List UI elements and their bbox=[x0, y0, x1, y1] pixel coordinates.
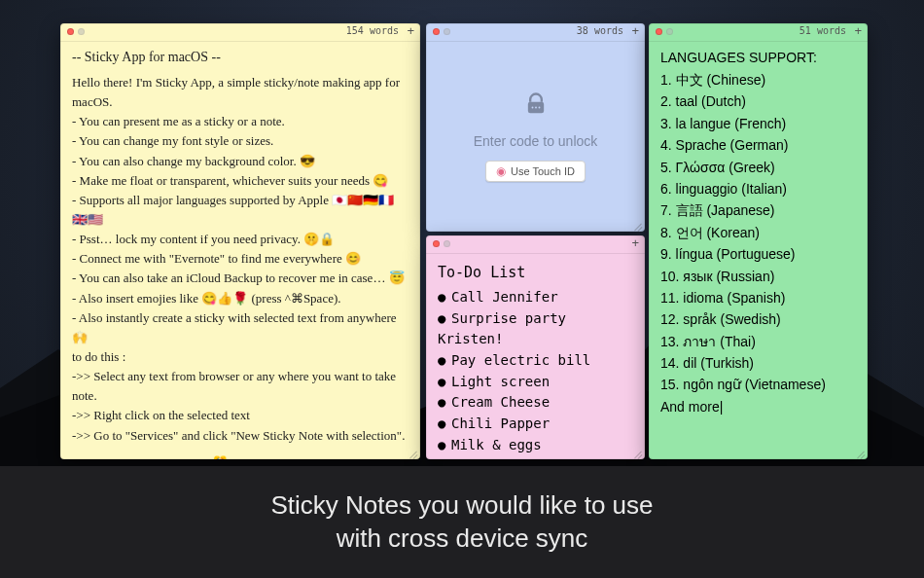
close-icon[interactable] bbox=[433, 240, 440, 247]
list-item: 5. Γλώσσα (Greek) bbox=[660, 157, 856, 178]
list-item: 13. ภาษา (Thai) bbox=[660, 331, 856, 352]
note-line: - Also insert emojies like 😋👍🌹 (press ^⌘… bbox=[72, 289, 409, 308]
list-item: ●Call Jennifer bbox=[438, 287, 633, 308]
list-item: 6. linguaggio (Italian) bbox=[660, 178, 856, 199]
note-line: - Make me float or transparent, whicheve… bbox=[72, 171, 409, 191]
promo-line-1: Sticky Notes you would like to use bbox=[270, 490, 653, 520]
list-item: 12. språk (Swedish) bbox=[660, 308, 856, 330]
sticky-note-blue-locked[interactable]: 38 words + Enter code to unlock ◉ Use To… bbox=[426, 23, 645, 232]
touch-id-label: Use Touch ID bbox=[511, 165, 575, 177]
list-item: 4. Sprache (German) bbox=[660, 134, 856, 156]
note-line: - You can also change my background colo… bbox=[72, 152, 409, 171]
list-item: 8. 언어 (Korean) bbox=[660, 222, 856, 243]
list-item: 9. língua (Portuguese) bbox=[660, 243, 856, 265]
sticky-note-pink[interactable]: + To-Do List ●Call Jennifer●Surprise par… bbox=[426, 235, 645, 459]
note-line: ->> Right click on the selected text bbox=[72, 406, 409, 425]
minimize-icon[interactable] bbox=[444, 28, 450, 35]
promo-line-2: with cross device sync bbox=[337, 524, 588, 553]
titlebar[interactable]: 51 words + bbox=[649, 23, 868, 42]
list-item: 11. idioma (Spanish) bbox=[660, 287, 856, 308]
note-line: ->> Select any text from browser or any … bbox=[72, 367, 409, 406]
note-line: ->> Go to "Services" and click "New Stic… bbox=[72, 426, 409, 446]
note-title: -- Sticky App for macOS -- bbox=[72, 50, 409, 65]
svg-point-1 bbox=[531, 106, 533, 108]
list-item: ●Light screen bbox=[438, 372, 633, 393]
note-line: - Connect me with "Evernote" to find me … bbox=[72, 249, 409, 269]
list-item: 1. 中文 (Chinese) bbox=[660, 69, 856, 90]
unlock-prompt: Enter code to unlock bbox=[474, 133, 598, 149]
minimize-icon[interactable] bbox=[666, 28, 673, 35]
list-item: 10. язык (Russian) bbox=[660, 266, 856, 287]
note-line: - Supports all major languages supported… bbox=[72, 191, 409, 230]
close-icon[interactable] bbox=[656, 28, 662, 35]
note-more: And more bbox=[660, 396, 856, 417]
list-item: 2. taal (Dutch) bbox=[660, 90, 856, 112]
note-footer: HAPPY NOTE MAKING! 🎊 bbox=[72, 455, 409, 459]
list-item: ●Milk & eggs bbox=[438, 435, 633, 456]
resize-handle[interactable] bbox=[856, 448, 866, 457]
titlebar[interactable]: 38 words + bbox=[426, 23, 645, 42]
resize-handle[interactable] bbox=[409, 448, 418, 457]
word-count: 38 words bbox=[577, 25, 623, 36]
note-title: LANGUAGES SUPPORT: bbox=[660, 50, 856, 65]
list-item: 7. 言語 (Japanese) bbox=[660, 199, 856, 221]
note-line: to do this : bbox=[72, 347, 409, 367]
resize-handle[interactable] bbox=[633, 220, 643, 230]
close-icon[interactable] bbox=[67, 28, 74, 35]
promo-footer: Sticky Notes you would like to use with … bbox=[0, 466, 924, 578]
sticky-note-green[interactable]: 51 words + LANGUAGES SUPPORT: 1. 中文 (Chi… bbox=[649, 23, 868, 459]
fingerprint-icon: ◉ bbox=[496, 164, 506, 178]
add-note-button[interactable]: + bbox=[407, 23, 414, 38]
locked-overlay: Enter code to unlock ◉ Use Touch ID bbox=[426, 42, 645, 232]
svg-point-2 bbox=[535, 106, 537, 108]
list-item: 14. dil (Turkish) bbox=[660, 352, 856, 374]
minimize-icon[interactable] bbox=[78, 28, 85, 35]
list-item: ●Chili Papper bbox=[438, 414, 633, 435]
add-note-button[interactable]: + bbox=[631, 23, 639, 38]
close-icon[interactable] bbox=[433, 28, 440, 35]
note-title: To-Do List bbox=[438, 264, 633, 281]
list-item: ●Pay electric bill bbox=[438, 350, 633, 372]
promo-text: Sticky Notes you would like to use with … bbox=[270, 489, 653, 556]
note-line: - You can change my font style or sizes. bbox=[72, 131, 409, 151]
note-line: - Also instantly create a sticky with se… bbox=[72, 308, 409, 347]
resize-handle[interactable] bbox=[633, 448, 643, 457]
word-count: 154 words bbox=[346, 25, 399, 36]
list-item: ●Surprise party Kristen! bbox=[438, 308, 633, 350]
list-item: 15. ngôn ngữ (Vietnamese) bbox=[660, 374, 856, 395]
note-line: - You can present me as a sticky or a no… bbox=[72, 112, 409, 131]
titlebar[interactable]: + bbox=[426, 235, 645, 254]
add-note-button[interactable]: + bbox=[631, 235, 639, 250]
note-body[interactable]: -- Sticky App for macOS -- Hello there! … bbox=[60, 42, 420, 459]
touch-id-button[interactable]: ◉ Use Touch ID bbox=[485, 161, 586, 182]
note-line: - You can also take an iCloud Backup to … bbox=[72, 269, 409, 288]
sticky-note-yellow[interactable]: 154 words + -- Sticky App for macOS -- H… bbox=[60, 23, 420, 459]
list-item: ●Cream Cheese bbox=[438, 392, 633, 414]
minimize-icon[interactable] bbox=[444, 240, 450, 247]
note-body[interactable]: To-Do List ●Call Jennifer●Surprise party… bbox=[426, 254, 645, 459]
word-count: 51 words bbox=[800, 25, 846, 36]
add-note-button[interactable]: + bbox=[854, 23, 862, 38]
lock-icon bbox=[522, 90, 550, 122]
note-line: Hello there! I'm Sticky App, a simple st… bbox=[72, 73, 409, 112]
list-item: 3. la langue (French) bbox=[660, 113, 856, 134]
titlebar[interactable]: 154 words + bbox=[60, 23, 420, 42]
note-line: - Psst… lock my content if you need priv… bbox=[72, 230, 409, 249]
note-body[interactable]: LANGUAGES SUPPORT: 1. 中文 (Chinese)2. taa… bbox=[649, 42, 868, 459]
svg-point-3 bbox=[538, 106, 540, 108]
